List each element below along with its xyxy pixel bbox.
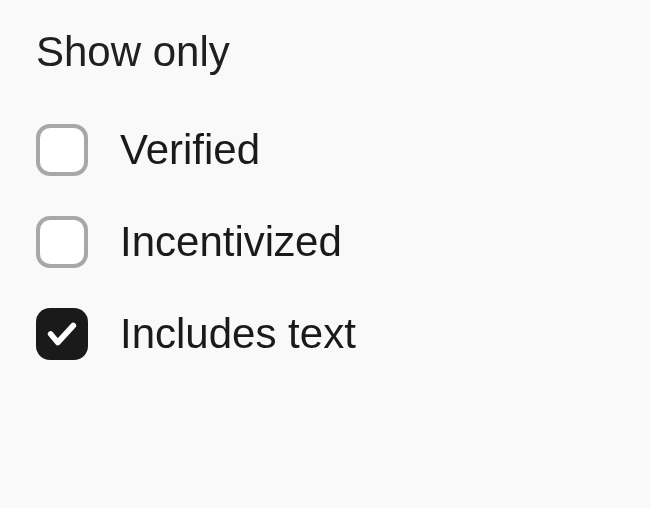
checkbox-includes-text[interactable] bbox=[36, 308, 88, 360]
checkbox-incentivized[interactable] bbox=[36, 216, 88, 268]
section-title: Show only bbox=[36, 28, 614, 76]
checkbox-row-incentivized[interactable]: Incentivized bbox=[36, 216, 614, 268]
checkbox-row-verified[interactable]: Verified bbox=[36, 124, 614, 176]
checkbox-label-verified: Verified bbox=[120, 126, 260, 174]
checkbox-row-includes-text[interactable]: Includes text bbox=[36, 308, 614, 360]
checkbox-label-incentivized: Incentivized bbox=[120, 218, 342, 266]
checkbox-verified[interactable] bbox=[36, 124, 88, 176]
checkbox-list: Verified Incentivized Includes text bbox=[36, 124, 614, 360]
checkmark-icon bbox=[45, 317, 79, 351]
checkbox-label-includes-text: Includes text bbox=[120, 310, 356, 358]
